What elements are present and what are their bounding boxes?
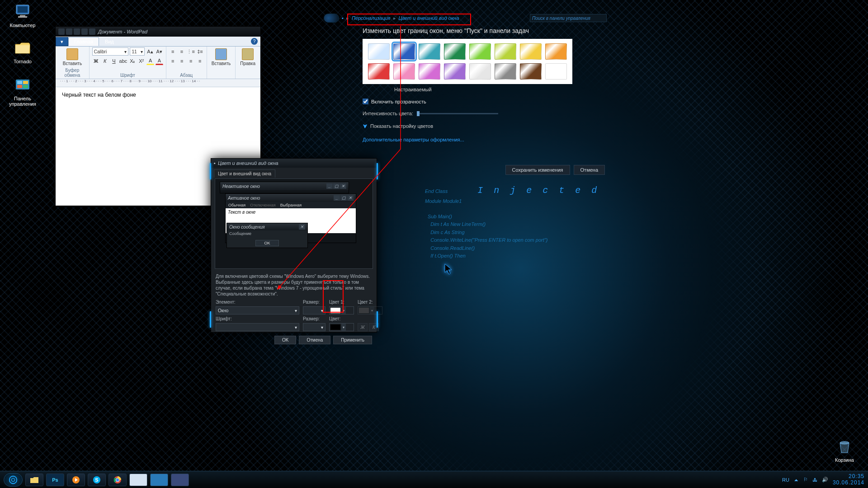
font-name-combo[interactable]: Calibri▾ xyxy=(92,47,129,56)
desktop-icon-trash[interactable]: Корзина xyxy=(826,437,863,463)
font-combo[interactable]: ▾ xyxy=(216,323,299,331)
edit-button[interactable]: Правка xyxy=(238,47,257,67)
taskbar-media-icon[interactable] xyxy=(67,474,85,486)
size1-combo[interactable]: ▾ xyxy=(303,306,326,314)
superscript-icon[interactable]: X² xyxy=(137,57,145,65)
taskbar-app2-icon[interactable] xyxy=(150,474,168,486)
advanced-appearance-link[interactable]: Дополнительные параметры оформления... xyxy=(363,137,603,142)
help-icon[interactable]: ? xyxy=(251,38,258,45)
taskbar-app1-icon[interactable] xyxy=(129,474,147,486)
color-swatch[interactable] xyxy=(469,63,491,80)
color-swatch[interactable] xyxy=(444,43,466,60)
color-swatch[interactable] xyxy=(520,43,542,60)
taskbar-explorer-icon[interactable] xyxy=(25,474,43,486)
preview-ok-button[interactable]: OK xyxy=(255,240,278,246)
tray-action-icon[interactable]: ⚐ xyxy=(803,477,808,483)
color-swatch[interactable] xyxy=(419,63,440,80)
font-color-icon[interactable]: A xyxy=(156,57,163,65)
shrink-font-icon[interactable]: A▾ xyxy=(156,47,163,56)
size2-combo[interactable]: ▾ xyxy=(303,323,326,331)
bullets-icon[interactable]: ⋮≡ xyxy=(187,47,195,56)
wordpad-titlebar[interactable]: Документ - WordPad xyxy=(56,27,260,37)
color-swatch[interactable] xyxy=(545,43,567,60)
bold-toggle[interactable]: Ж xyxy=(358,323,368,331)
color-swatch[interactable] xyxy=(368,63,390,80)
ok-button[interactable]: OK xyxy=(274,336,296,344)
indent-inc-icon[interactable]: ≡ xyxy=(178,47,186,56)
indent-dec-icon[interactable]: ≡ xyxy=(169,47,177,56)
tray-clock[interactable]: 20:35 30.06.2014 xyxy=(833,474,864,485)
font-size-combo[interactable]: 11▾ xyxy=(130,47,145,56)
color-swatch[interactable] xyxy=(520,63,542,80)
tray-chevron-icon[interactable]: ⏶ xyxy=(794,477,799,483)
cancel-button[interactable]: Отмена xyxy=(299,336,330,344)
desktop-icon-computer[interactable]: Компьютер xyxy=(5,3,41,28)
breadcrumb-window-color[interactable]: Цвет и внешний вид окна xyxy=(399,15,459,21)
transparency-checkbox[interactable]: Включить прозрачность xyxy=(363,99,603,104)
search-input[interactable]: Поиск в панели управления xyxy=(530,14,607,22)
preview-inactive-window[interactable]: Неактивное окно_▢✕ xyxy=(220,182,349,193)
color2-swatch[interactable]: ▾ xyxy=(358,306,382,314)
align-center-icon[interactable]: ≡ xyxy=(178,57,186,65)
preview-area[interactable]: Неактивное окно_▢✕ Активное окно_▢✕ Обыч… xyxy=(215,178,373,269)
tab-home[interactable]: Главная xyxy=(68,37,99,46)
start-button[interactable] xyxy=(4,473,23,487)
tray-volume-icon[interactable]: 🔊 xyxy=(822,477,828,483)
group-label-edit xyxy=(238,72,257,79)
desktop-icon-tornado[interactable]: Tornado xyxy=(5,39,41,64)
bold-icon[interactable]: Ж xyxy=(92,57,100,65)
underline-icon[interactable]: Ч xyxy=(110,57,118,65)
nav-back-forward[interactable] xyxy=(324,14,339,23)
personalization-window[interactable]: ▪ ▸ Персонализация ▸ Цвет и внешний вид … xyxy=(321,13,609,178)
tab-view[interactable]: Вид xyxy=(99,37,120,46)
subscript-icon[interactable]: X₂ xyxy=(128,57,136,65)
insert-button[interactable]: Вставить xyxy=(210,47,232,67)
intensity-slider[interactable] xyxy=(417,113,498,114)
save-button[interactable]: Сохранить изменения xyxy=(505,165,570,175)
color-swatch[interactable] xyxy=(393,63,415,80)
grow-font-icon[interactable]: A▴ xyxy=(146,47,154,56)
highlight-icon[interactable]: A xyxy=(146,57,154,65)
preview-messagebox[interactable]: Окно сообщения✕ Сообщение OK xyxy=(226,223,308,248)
color-swatch[interactable] xyxy=(419,43,440,60)
font-color-swatch[interactable]: ▾ xyxy=(329,323,354,331)
strike-icon[interactable]: abc xyxy=(119,57,127,65)
color1-swatch[interactable]: ▾ xyxy=(329,306,354,314)
taskbar-photoshop-icon[interactable]: Ps xyxy=(46,474,64,486)
show-mixer-link[interactable]: ⮟ Показать настройку цветов xyxy=(363,123,603,129)
taskbar-app3-icon[interactable] xyxy=(171,474,189,486)
italic-icon[interactable]: К xyxy=(101,57,109,65)
desktop-icon-control-panel[interactable]: Панель управления xyxy=(5,76,41,107)
taskbar[interactable]: Ps S RU ⏶ ⚐ 🖧 🔊 20:35 30.06.2014 xyxy=(0,471,868,488)
color-swatch[interactable] xyxy=(444,63,466,80)
taskbar-chrome-icon[interactable] xyxy=(108,474,127,486)
apply-button[interactable]: Применить xyxy=(333,336,372,344)
color-swatch[interactable] xyxy=(545,63,567,80)
color-swatch[interactable] xyxy=(495,63,516,80)
tray-network-icon[interactable]: 🖧 xyxy=(812,477,817,483)
cancel-button[interactable]: Отмена xyxy=(574,165,605,175)
color-swatch[interactable] xyxy=(469,43,491,60)
file-menu-button[interactable]: Файл▾ xyxy=(56,37,68,46)
align-left-icon[interactable]: ≡ xyxy=(169,57,177,65)
paste-button[interactable]: Вставить xyxy=(58,47,86,67)
ruler[interactable]: · · · 1 · · · 2 · · · 3 · · · 4 · · · 5 … xyxy=(56,79,260,87)
svg-text:S: S xyxy=(95,477,98,483)
color-swatch[interactable] xyxy=(368,43,390,60)
breadcrumb-personalization[interactable]: Персонализация xyxy=(352,15,391,21)
taskbar-skype-icon[interactable]: S xyxy=(88,474,106,486)
line-spacing-icon[interactable]: ‡≡ xyxy=(196,47,204,56)
quick-access-toolbar[interactable] xyxy=(58,28,95,35)
align-justify-icon[interactable]: ≡ xyxy=(196,57,204,65)
color-swatch[interactable] xyxy=(495,43,516,60)
element-combo[interactable]: Окно▾ xyxy=(216,306,299,314)
app-icon: ▪ xyxy=(214,160,216,166)
align-right-icon[interactable]: ≡ xyxy=(187,57,195,65)
window-color-dialog[interactable]: ▪ Цвет и внешний вид окна Цвет и внешний… xyxy=(211,158,377,333)
dialog-tab[interactable]: Цвет и внешний вид окна xyxy=(211,168,377,178)
system-tray[interactable]: RU ⏶ ⚐ 🖧 🔊 20:35 30.06.2014 xyxy=(782,474,864,485)
preview-active-window[interactable]: Активное окно_▢✕ ОбычнаяОтключеннаяВыбра… xyxy=(225,193,356,243)
lang-indicator[interactable]: RU xyxy=(782,477,789,483)
color-swatch[interactable] xyxy=(393,43,415,60)
dialog-titlebar[interactable]: ▪ Цвет и внешний вид окна xyxy=(211,159,377,168)
